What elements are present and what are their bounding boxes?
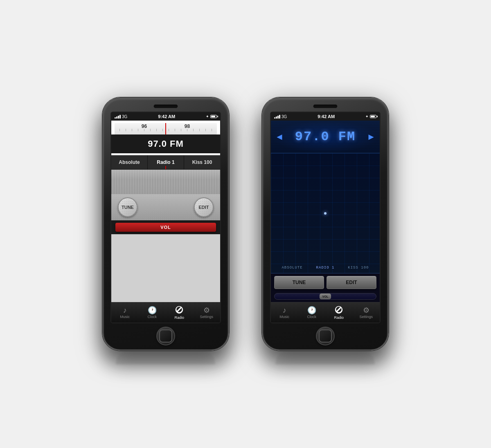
phone1-tab-music[interactable]: ♪ Music <box>111 302 139 323</box>
phone1-radio-icon <box>175 305 183 315</box>
phone2-tab-music-label: Music <box>279 315 289 319</box>
phone1-speaker-grill <box>153 104 178 108</box>
phone1-tuner-needle <box>165 123 166 134</box>
phone2-waveform-dot <box>324 212 327 215</box>
phone2-preset-labels: ABSOLUTE RADIO 1 KISS 100 <box>271 266 380 270</box>
phone2-vol-area: VOL <box>271 291 380 302</box>
phone-1: 3G 9:42 AM ✦ 96 98 <box>102 97 229 351</box>
phone1-controls-row: TUNE EDIT <box>111 194 220 220</box>
phone2-settings-icon: ⚙ <box>363 307 369 314</box>
phone2-preset-dark-1[interactable]: RADIO 1 <box>316 266 335 270</box>
phone1-tab-radio[interactable]: Radio <box>166 302 193 323</box>
phone2-tab-radio[interactable]: Radio <box>325 302 353 323</box>
phone2-status-left: 3G <box>274 114 287 119</box>
phone1-tuner-scale[interactable]: 96 98 <box>115 123 217 134</box>
phone1-vol-bar: VOL <box>111 220 220 234</box>
phone2-tab-bar: ♪ Music 🕐 Clock Radio ⚙ Settings <box>271 302 380 323</box>
phone1-tab-radio-label: Radio <box>174 316 184 320</box>
phone2-signal-icon <box>274 115 280 119</box>
phone1-tab-clock-label: Clock <box>147 315 157 319</box>
phone2-bluetooth-icon: ✦ <box>365 114 369 119</box>
phone1-network: 3G <box>122 114 127 119</box>
phone2-vol-thumb[interactable]: VOL <box>320 293 331 299</box>
phone1-preset-1[interactable]: Radio 1 <box>148 155 184 169</box>
phone2-controls: TUNE EDIT <box>271 273 380 291</box>
phone1-tab-music-label: Music <box>120 315 130 319</box>
phone1-status-bar: 3G 9:42 AM ✦ <box>111 112 220 121</box>
phone2-time: 9:42 AM <box>318 114 335 119</box>
phone1-time: 9:42 AM <box>158 114 175 119</box>
phone2-home-button-inner <box>319 329 332 343</box>
phone1-clock-icon: 🕐 <box>148 307 157 314</box>
phone1-freq-left: 96 <box>142 124 147 129</box>
phone2-freq-right-arrow[interactable]: ► <box>367 132 376 142</box>
phone1-settings-icon: ⚙ <box>203 307 210 314</box>
phone2-vol-track[interactable]: VOL <box>274 293 376 300</box>
phone2-freq-left-arrow[interactable]: ◄ <box>275 132 284 142</box>
phone2-frequency-text: 97.0 FM <box>295 129 356 144</box>
phone1-freq-right: 98 <box>185 124 190 129</box>
phone2-tab-radio-label: Radio <box>334 316 344 320</box>
phone2-tab-clock[interactable]: 🕐 Clock <box>298 302 326 323</box>
phone2-tab-music[interactable]: ♪ Music <box>271 302 298 323</box>
phone2-tab-settings-label: Settings <box>359 315 373 319</box>
phone1-bluetooth-icon: ✦ <box>206 114 209 119</box>
phone1-dot-pattern <box>111 194 220 220</box>
phone1-frequency-display: 97.0 FM <box>111 134 220 153</box>
phone1-home-button-inner <box>159 329 172 343</box>
phone1-tab-settings[interactable]: ⚙ Settings <box>193 302 221 323</box>
phone2-edit-button[interactable]: EDIT <box>327 276 376 289</box>
phone2-tab-settings[interactable]: ⚙ Settings <box>353 302 380 323</box>
phone2-screen-content: ◄ 97.0 FM ► ABSOLUTE RADIO 1 KISS 100 TU… <box>271 121 380 302</box>
phone1-screen-content: 96 98 97.0 FM <box>111 121 220 302</box>
phone1-tuner-area: 96 98 97.0 FM <box>111 121 220 155</box>
phone1-vol-button[interactable]: VOL <box>115 223 216 232</box>
phone2-screen: 3G 9:42 AM ✦ ◄ 97.0 FM ► <box>270 112 381 323</box>
phone1-status-left: 3G <box>115 114 127 119</box>
phone2-preset-dark-2[interactable]: KISS 100 <box>348 266 369 270</box>
phone2-radio-icon <box>335 305 343 315</box>
phone1-tab-settings-label: Settings <box>200 315 213 319</box>
phone2-status-bar: 3G 9:42 AM ✦ <box>271 112 380 121</box>
phone2-status-right: ✦ <box>365 114 376 119</box>
phone1-music-icon: ♪ <box>123 307 127 314</box>
phone1-battery-icon <box>210 115 217 118</box>
phone1-home-button[interactable] <box>156 327 175 345</box>
phone1-screen: 3G 9:42 AM ✦ 96 98 <box>110 112 221 323</box>
phone1-presets: Absolute Radio 1 Kiss 100 <box>111 155 220 170</box>
phone2-tab-clock-label: Clock <box>307 315 316 319</box>
phone1-tab-bar: ♪ Music 🕐 Clock Radio ⚙ Settings <box>111 302 220 323</box>
phone2-waveform-area: ABSOLUTE RADIO 1 KISS 100 <box>271 153 380 273</box>
phone2-tune-button[interactable]: TUNE <box>274 276 324 289</box>
phone1-preset-2[interactable]: Kiss 100 <box>184 155 220 169</box>
phone2-preset-dark-0[interactable]: ABSOLUTE <box>282 266 302 270</box>
phone2-freq-display: ◄ 97.0 FM ► <box>271 121 380 153</box>
phone1-speaker-grill-screen <box>111 170 220 194</box>
phone1-status-right: ✦ <box>206 114 217 119</box>
phone2-battery-icon <box>370 115 376 118</box>
phone2-speaker-grill <box>313 104 338 108</box>
phone1-tab-clock[interactable]: 🕐 Clock <box>139 302 166 323</box>
phone-2: 3G 9:42 AM ✦ ◄ 97.0 FM ► <box>262 97 389 351</box>
phone1-preset-0[interactable]: Absolute <box>111 155 148 169</box>
phone2-home-button[interactable] <box>316 327 335 345</box>
phone2-music-icon: ♪ <box>283 307 286 314</box>
phone1-signal-icon <box>115 115 121 119</box>
phone2-clock-icon: 🕐 <box>307 307 316 314</box>
phone2-network: 3G <box>282 114 287 119</box>
